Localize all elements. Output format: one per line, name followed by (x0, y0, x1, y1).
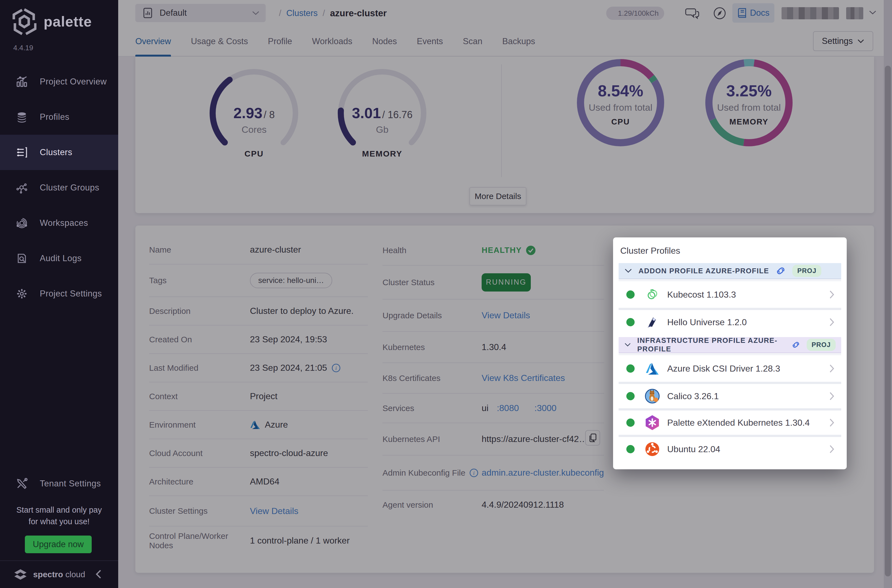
memory-usage-donut-chart: 3.25% Used from total MEMORY (703, 57, 794, 148)
sidebar-item-audit-logs[interactable]: Audit Logs (0, 241, 118, 276)
breadcrumb-separator: / (323, 8, 325, 18)
settings-button[interactable]: Settings (813, 31, 873, 51)
chevron-right-icon (829, 318, 835, 327)
tag-pill[interactable]: service: hello-uni… (250, 273, 332, 288)
tab-usage-costs[interactable]: Usage & Costs (191, 26, 248, 57)
audit-logs-icon (15, 252, 28, 265)
addon-profile-header[interactable]: ADDON PROFILE AZURE-PROFILE PROJ (619, 263, 841, 279)
page-scrollbar[interactable] (884, 0, 892, 588)
scrollbar-thumb[interactable] (885, 66, 891, 576)
cluster-status-badge[interactable]: RUNNING (482, 273, 531, 291)
cpu-gauge-chart: 2.93 / 8 Cores CPU (207, 66, 301, 160)
chevron-down-icon (252, 10, 260, 15)
view-details-link[interactable]: View Details (250, 506, 298, 516)
svg-text:i: i (336, 365, 337, 371)
detail-row-cloud-account: Cloud Account spectro-cloud-azure (149, 439, 368, 467)
sidebar-item-project-settings[interactable]: Project Settings (0, 276, 118, 311)
detail-label: Kubernetes API (383, 435, 482, 444)
collapse-sidebar-icon[interactable] (95, 568, 102, 580)
chevron-down-icon (624, 268, 632, 274)
detail-label: Description (149, 306, 250, 316)
workspaces-icon (15, 217, 28, 230)
spectro-cloud-wordmark: spectro cloud (33, 570, 85, 579)
detail-row-health: Health HEALTHY (383, 236, 604, 265)
detail-label: Services (383, 404, 482, 413)
tab-nodes[interactable]: Nodes (372, 26, 397, 57)
profile-layer-calico[interactable]: Calico 3.26.1 (619, 382, 841, 408)
cluster-groups-icon (15, 182, 28, 194)
project-selector[interactable]: Default (135, 4, 266, 22)
detail-row-environment: Environment Azure (149, 410, 368, 439)
sidebar-item-cluster-groups[interactable]: Cluster Groups (0, 170, 118, 206)
details-right-column: Health HEALTHY Cluster Status RUNNING Up… (383, 236, 604, 519)
info-icon[interactable]: i (469, 468, 479, 478)
memory-donut-sublabel: Used from total (703, 102, 794, 113)
more-details-button[interactable]: More Details (470, 187, 526, 206)
spectro-cloud-logo (12, 566, 29, 584)
detail-label: Context (149, 392, 250, 401)
palette-logo: palette (12, 8, 92, 35)
kubeconfig-download-link[interactable]: admin.azure-cluster.kubeconfig (482, 467, 614, 478)
breadcrumb-clusters-link[interactable]: Clusters (286, 8, 318, 18)
sidebar-item-label: Tenant Settings (40, 478, 101, 489)
redacted-username[interactable] (782, 7, 839, 20)
cpu-gauge-value: 2.93 (233, 105, 262, 121)
sidebar-tenant-settings: Tenant Settings (0, 466, 118, 501)
addon-profile-rows: Kubecost 1.103.3 Hello Universe 1.2.0 (619, 279, 841, 334)
service-port-link[interactable]: :3000 (535, 403, 556, 413)
detail-label: Control Plane/Worker Nodes (149, 531, 250, 550)
profile-layer-azure-csi[interactable]: Azure Disk CSI Driver 1.28.3 (619, 355, 841, 382)
detail-row-kubernetes: Kubernetes 1.30.4 (383, 331, 604, 363)
detail-value: 23 Sep 2024, 21:05 (250, 363, 327, 373)
sidebar-item-label: Project Settings (40, 289, 102, 299)
breadcrumb: / Clusters / azure-cluster (279, 0, 387, 26)
upgrade-details-link[interactable]: View Details (482, 310, 530, 321)
detail-value: 1 control-plane / 1 worker (250, 536, 368, 546)
copy-button[interactable] (585, 430, 600, 446)
profile-layer-hello-universe[interactable]: Hello Universe 1.2.0 (619, 308, 841, 334)
profile-layer-name: Calico 3.26.1 (667, 391, 829, 401)
cpu-donut-sublabel: Used from total (575, 102, 666, 113)
tab-backups[interactable]: Backups (502, 26, 535, 57)
compass-icon[interactable] (712, 6, 727, 21)
service-port-link[interactable]: :8080 (497, 403, 519, 413)
cluster-tabs-bar: Overview Usage & Costs Profile Workloads… (118, 26, 892, 57)
docs-button[interactable]: Docs (732, 3, 774, 22)
hello-universe-logo (644, 314, 660, 330)
sidebar-item-workspaces[interactable]: Workspaces (0, 206, 118, 241)
tab-scan[interactable]: Scan (463, 26, 482, 57)
detail-label: Cluster Status (383, 278, 482, 287)
memory-gauge-value: 3.01 (352, 105, 381, 121)
calico-logo (644, 388, 660, 404)
detail-value: 23 Sep 2024, 19:53 (250, 334, 368, 345)
profile-header-label: ADDON PROFILE AZURE-PROFILE (638, 267, 769, 275)
tab-profile[interactable]: Profile (268, 26, 292, 57)
view-k8s-certificates-link[interactable]: View K8s Certificates (482, 373, 565, 383)
sidebar-item-profiles[interactable]: Profiles (0, 99, 118, 135)
detail-row-created-on: Created On 23 Sep 2024, 19:53 (149, 325, 368, 353)
profile-layer-ubuntu[interactable]: Ubuntu 22.04 (619, 435, 841, 461)
cpu-gauge-title: CPU (207, 149, 301, 159)
tab-overview[interactable]: Overview (135, 26, 171, 57)
health-status-badge: HEALTHY (482, 245, 536, 256)
app-version: 4.4.19 (13, 44, 33, 52)
link-icon (791, 340, 800, 349)
sidebar-item-tenant-settings[interactable]: Tenant Settings (0, 466, 118, 501)
profile-layer-pxk[interactable]: Palette eXtended Kubernetes 1.30.4 (619, 408, 841, 435)
usage-quota-pill: 1.29/100kCh (606, 7, 664, 20)
sidebar-item-project-overview[interactable]: Project Overview (0, 64, 118, 99)
tab-workloads[interactable]: Workloads (312, 26, 352, 57)
brand-light: cloud (65, 570, 85, 579)
detail-label: Admin Kubeconfig File (383, 468, 466, 478)
promo-line1: Start small and only pay (0, 504, 118, 516)
chat-icon[interactable] (685, 6, 700, 21)
infrastructure-profile-rows: Azure Disk CSI Driver 1.28.3 (619, 353, 841, 461)
sidebar-item-clusters[interactable]: Clusters (0, 135, 118, 170)
sidebar-item-label: Workspaces (40, 218, 88, 228)
tab-events[interactable]: Events (417, 26, 443, 57)
profile-layer-kubecost[interactable]: Kubecost 1.103.3 (619, 281, 841, 308)
upgrade-now-button[interactable]: Upgrade now (25, 536, 92, 553)
info-icon[interactable]: i (331, 363, 341, 373)
user-menu-chevron-icon[interactable] (869, 10, 877, 15)
infrastructure-profile-header[interactable]: INFRASTRUCTURE PROFILE AZURE-PROFILE PRO… (619, 337, 841, 353)
